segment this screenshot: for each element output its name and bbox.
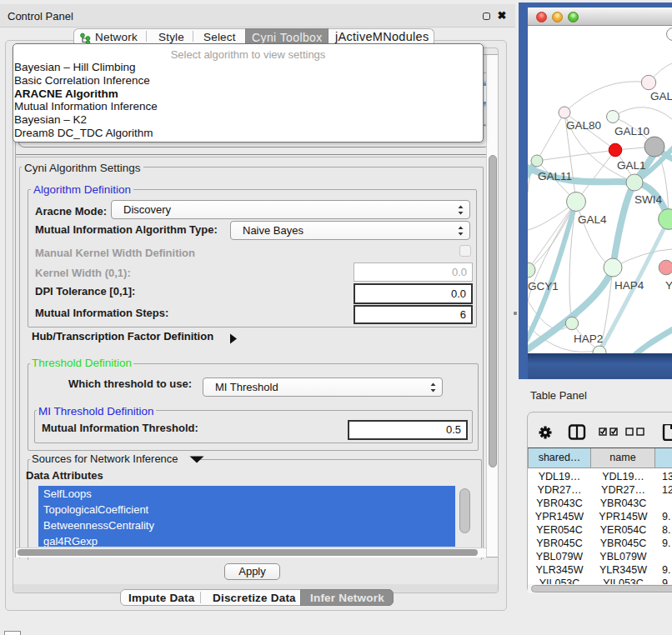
svg-text:GAL4: GAL4 xyxy=(578,213,607,226)
svg-text:GAL10: GAL10 xyxy=(614,125,649,138)
svg-text:GCY1: GCY1 xyxy=(528,280,559,292)
svg-text:HAP2: HAP2 xyxy=(574,332,603,345)
svg-text:HAP4: HAP4 xyxy=(614,279,644,292)
svg-text:SWI4: SWI4 xyxy=(634,193,662,206)
svg-text:GAL1: GAL1 xyxy=(617,159,646,172)
svg-text:GAL80: GAL80 xyxy=(566,119,601,132)
svg-text:GAL: GAL xyxy=(650,90,672,102)
svg-text:GAL11: GAL11 xyxy=(538,170,572,182)
svg-text:Y: Y xyxy=(665,279,672,292)
